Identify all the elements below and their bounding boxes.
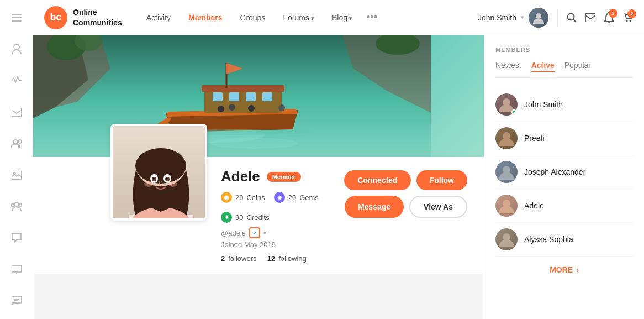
sidebar-inbox-icon[interactable] <box>7 103 27 122</box>
profile-section: Adele Member ◉ 20 Coins ◈ 20 Gems <box>33 35 484 319</box>
following-label: following <box>278 254 307 263</box>
svg-rect-33 <box>202 85 284 92</box>
member-avatar <box>495 127 518 149</box>
sidebar-comment-icon[interactable] <box>7 292 27 310</box>
nav-activity[interactable]: Activity <box>139 9 178 27</box>
svg-rect-15 <box>12 296 22 303</box>
svg-rect-2 <box>12 20 22 22</box>
online-indicator <box>511 109 517 115</box>
member-list-item[interactable]: Alyssa Sophia <box>495 223 633 257</box>
coins-stat: ◉ 20 Coins <box>221 192 265 203</box>
profile-handle: @adele ✓ • <box>221 227 328 238</box>
followers-label: followers <box>228 254 256 263</box>
profile-details: Adele Member ◉ 20 Coins ◈ 20 Gems <box>221 168 328 263</box>
sidebar-activity-icon[interactable] <box>7 72 27 90</box>
nav-links: Activity Members Groups Forums Blog ••• <box>139 7 467 28</box>
member-list-item[interactable]: Preeti <box>495 122 633 155</box>
logo[interactable]: bc Online Communities <box>44 6 122 29</box>
followers-row: 2 followers 12 following <box>221 254 328 263</box>
svg-line-21 <box>573 19 576 22</box>
nav-groups[interactable]: Groups <box>233 9 273 27</box>
member-badge: Member <box>267 172 301 182</box>
sidebar-group-icon[interactable] <box>7 197 27 216</box>
inbox-button[interactable] <box>585 13 595 22</box>
member-name: Alyssa Sophia <box>524 235 573 244</box>
primary-actions: Connected Follow <box>344 170 467 190</box>
svg-rect-37 <box>262 92 272 101</box>
svg-point-11 <box>19 203 22 206</box>
member-list-item[interactable]: Joseph Alexander <box>495 155 633 189</box>
user-menu[interactable]: John Smith ▾ <box>478 8 548 28</box>
svg-rect-12 <box>12 265 22 272</box>
nav-user-avatar <box>529 8 548 28</box>
verified-icon: ✓ <box>249 227 260 238</box>
sidebar <box>0 0 33 319</box>
member-avatar <box>495 161 518 183</box>
svg-point-6 <box>18 140 22 143</box>
svg-point-10 <box>11 203 14 206</box>
right-panel: MEMBERS Newest Active Popular John Smith <box>484 35 644 319</box>
sidebar-user-icon[interactable] <box>7 40 27 59</box>
svg-point-20 <box>568 13 574 20</box>
sidebar-chat-icon[interactable] <box>7 229 27 247</box>
member-name: Joseph Alexander <box>524 168 585 176</box>
gems-stat: ◈ 20 Gems <box>274 192 319 203</box>
credits-stat: ✦ 90 Credits <box>221 212 270 223</box>
more-members-link[interactable]: MORE › <box>495 265 633 274</box>
member-name: Adele <box>524 201 544 210</box>
profile-joined: Joined May 2019 <box>221 240 328 249</box>
follow-button[interactable]: Follow <box>416 170 467 190</box>
member-name: John Smith <box>524 100 563 109</box>
profile-name: Adele <box>221 168 260 185</box>
tab-popular[interactable]: Popular <box>564 61 591 72</box>
svg-rect-34 <box>213 92 223 101</box>
cover-image <box>33 35 431 157</box>
svg-rect-22 <box>585 13 595 22</box>
svg-point-41 <box>248 105 255 112</box>
svg-rect-0 <box>12 14 22 15</box>
svg-point-55 <box>144 181 153 187</box>
chevron-right-icon: › <box>576 265 579 274</box>
svg-rect-36 <box>246 92 256 101</box>
svg-point-54 <box>166 178 168 180</box>
members-tabs: Newest Active Popular <box>495 61 633 78</box>
profile-info-row: Adele Member ◉ 20 Coins ◈ 20 Gems <box>33 157 484 274</box>
view-as-button[interactable]: View As <box>409 196 467 218</box>
svg-point-53 <box>153 178 155 180</box>
top-navigation: bc Online Communities Activity Members G… <box>33 0 644 35</box>
notifications-button[interactable]: 2 <box>604 12 614 23</box>
connected-button[interactable]: Connected <box>344 170 410 190</box>
tab-active[interactable]: Active <box>531 61 555 72</box>
nav-more-dots[interactable]: ••• <box>362 7 382 28</box>
sidebar-menu-icon[interactable] <box>7 9 27 27</box>
svg-rect-35 <box>229 92 239 101</box>
secondary-actions: Message View As <box>345 196 467 218</box>
sidebar-desktop-icon[interactable] <box>7 260 27 279</box>
gems-icon: ◈ <box>274 192 285 203</box>
svg-rect-1 <box>12 17 22 18</box>
svg-point-31 <box>210 138 298 149</box>
search-button[interactable] <box>567 13 577 23</box>
svg-point-25 <box>630 20 631 22</box>
member-avatar <box>495 228 518 250</box>
nav-blog[interactable]: Blog <box>324 9 360 27</box>
member-list-item[interactable]: Adele <box>495 189 633 223</box>
message-button[interactable]: Message <box>345 196 404 218</box>
cart-button[interactable]: 2 <box>623 13 633 23</box>
nav-members[interactable]: Members <box>181 9 230 27</box>
tab-newest[interactable]: Newest <box>495 61 521 72</box>
profile-stats: ◉ 20 Coins ◈ 20 Gems ✦ 90 Credits <box>221 192 328 223</box>
member-name: Preeti <box>524 134 545 143</box>
brand-name: Online Communities <box>73 7 122 27</box>
sidebar-people-icon[interactable] <box>7 135 27 153</box>
svg-point-23 <box>608 21 610 23</box>
coins-icon: ◉ <box>221 192 232 203</box>
svg-point-9 <box>14 202 19 207</box>
cart-badge: 2 <box>627 9 636 18</box>
sidebar-image-icon[interactable] <box>7 166 27 185</box>
member-list-item[interactable]: John Smith <box>495 88 633 122</box>
page-content: Adele Member ◉ 20 Coins ◈ 20 Gems <box>33 35 644 319</box>
nav-right-area: John Smith ▾ <box>478 8 633 28</box>
nav-forums[interactable]: Forums <box>275 9 322 27</box>
svg-point-24 <box>626 20 628 22</box>
